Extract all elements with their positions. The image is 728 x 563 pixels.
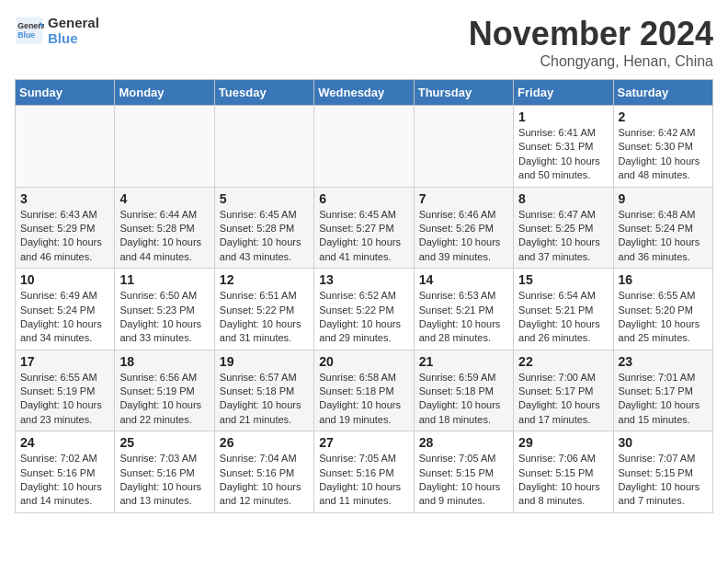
calendar-cell: 12Sunrise: 6:51 AM Sunset: 5:22 PM Dayli… [214,269,313,350]
day-number: 12 [220,272,309,287]
calendar-cell: 9Sunrise: 6:48 AM Sunset: 5:24 PM Daylig… [613,187,712,269]
day-number: 3 [20,191,109,206]
day-info: Sunrise: 6:45 AM Sunset: 5:27 PM Dayligh… [319,208,408,265]
calendar-cell: 13Sunrise: 6:52 AM Sunset: 5:22 PM Dayli… [314,269,414,350]
calendar-cell: 4Sunrise: 6:44 AM Sunset: 5:28 PM Daylig… [115,187,214,269]
day-number: 16 [619,272,708,287]
day-info: Sunrise: 6:45 AM Sunset: 5:28 PM Dayligh… [220,208,309,265]
day-info: Sunrise: 6:47 AM Sunset: 5:25 PM Dayligh… [518,208,608,265]
day-info: Sunrise: 6:58 AM Sunset: 5:18 PM Dayligh… [319,371,408,428]
calendar-cell: 24Sunrise: 7:02 AM Sunset: 5:16 PM Dayli… [16,431,115,513]
calendar-week-row: 10Sunrise: 6:49 AM Sunset: 5:24 PM Dayli… [16,269,713,350]
calendar-cell: 19Sunrise: 6:57 AM Sunset: 5:18 PM Dayli… [214,350,313,431]
day-number: 27 [319,435,408,450]
day-number: 25 [119,435,209,450]
day-info: Sunrise: 7:00 AM Sunset: 5:17 PM Dayligh… [518,371,608,428]
calendar-cell: 16Sunrise: 6:55 AM Sunset: 5:20 PM Dayli… [613,269,712,350]
day-info: Sunrise: 6:55 AM Sunset: 5:19 PM Dayligh… [20,371,109,428]
day-info: Sunrise: 7:06 AM Sunset: 5:15 PM Dayligh… [518,452,608,509]
logo: General Blue General Blue [15,15,99,46]
calendar-cell [115,106,214,188]
calendar-cell: 21Sunrise: 6:59 AM Sunset: 5:18 PM Dayli… [414,350,513,431]
day-number: 19 [220,354,309,369]
calendar-cell: 2Sunrise: 6:42 AM Sunset: 5:30 PM Daylig… [613,106,712,188]
day-number: 5 [220,191,309,206]
day-number: 29 [518,435,608,450]
day-number: 26 [220,435,309,450]
day-info: Sunrise: 6:55 AM Sunset: 5:20 PM Dayligh… [619,289,708,346]
weekday-header: Saturday [613,80,712,106]
day-info: Sunrise: 6:53 AM Sunset: 5:21 PM Dayligh… [419,289,508,346]
day-info: Sunrise: 6:52 AM Sunset: 5:22 PM Dayligh… [319,289,408,346]
day-number: 30 [619,435,708,450]
day-info: Sunrise: 6:49 AM Sunset: 5:24 PM Dayligh… [20,289,109,346]
day-info: Sunrise: 6:57 AM Sunset: 5:18 PM Dayligh… [220,371,309,428]
day-number: 21 [419,354,508,369]
calendar-cell: 25Sunrise: 7:03 AM Sunset: 5:16 PM Dayli… [115,431,214,513]
calendar-cell: 18Sunrise: 6:56 AM Sunset: 5:19 PM Dayli… [115,350,214,431]
day-info: Sunrise: 6:56 AM Sunset: 5:19 PM Dayligh… [119,371,209,428]
calendar-cell: 17Sunrise: 6:55 AM Sunset: 5:19 PM Dayli… [16,350,115,431]
month-title: November 2024 [469,15,713,53]
logo-icon: General Blue [15,16,44,45]
day-number: 2 [619,109,708,124]
day-number: 9 [619,191,708,206]
day-info: Sunrise: 7:07 AM Sunset: 5:15 PM Dayligh… [619,452,708,509]
day-number: 28 [419,435,508,450]
calendar-cell: 3Sunrise: 6:43 AM Sunset: 5:29 PM Daylig… [16,187,115,269]
day-info: Sunrise: 6:44 AM Sunset: 5:28 PM Dayligh… [119,208,209,265]
day-number: 23 [619,354,708,369]
calendar-cell: 30Sunrise: 7:07 AM Sunset: 5:15 PM Dayli… [613,431,712,513]
day-number: 17 [20,354,109,369]
calendar-cell: 27Sunrise: 7:05 AM Sunset: 5:16 PM Dayli… [314,431,414,513]
day-info: Sunrise: 6:42 AM Sunset: 5:30 PM Dayligh… [619,126,708,183]
weekday-header: Monday [115,80,214,106]
day-info: Sunrise: 6:59 AM Sunset: 5:18 PM Dayligh… [419,371,508,428]
title-block: November 2024 Chongyang, Henan, China [469,15,713,70]
day-info: Sunrise: 7:05 AM Sunset: 5:15 PM Dayligh… [419,452,508,509]
weekday-header: Wednesday [314,80,414,106]
calendar-week-row: 24Sunrise: 7:02 AM Sunset: 5:16 PM Dayli… [16,431,713,513]
day-info: Sunrise: 7:03 AM Sunset: 5:16 PM Dayligh… [119,452,209,509]
calendar-cell: 1Sunrise: 6:41 AM Sunset: 5:31 PM Daylig… [514,106,613,188]
day-number: 11 [119,272,209,287]
calendar-cell: 7Sunrise: 6:46 AM Sunset: 5:26 PM Daylig… [414,187,513,269]
day-number: 1 [518,109,608,124]
day-number: 14 [419,272,508,287]
day-number: 18 [119,354,209,369]
calendar-cell [214,106,313,188]
day-info: Sunrise: 6:41 AM Sunset: 5:31 PM Dayligh… [518,126,608,183]
weekday-header: Sunday [16,80,115,106]
day-info: Sunrise: 6:43 AM Sunset: 5:29 PM Dayligh… [20,208,109,265]
calendar-week-row: 17Sunrise: 6:55 AM Sunset: 5:19 PM Dayli… [16,350,713,431]
calendar-cell: 22Sunrise: 7:00 AM Sunset: 5:17 PM Dayli… [514,350,613,431]
weekday-header: Thursday [414,80,513,106]
logo-text-line1: General [48,15,99,30]
svg-text:Blue: Blue [17,30,35,40]
calendar-cell: 14Sunrise: 6:53 AM Sunset: 5:21 PM Dayli… [414,269,513,350]
calendar-cell: 20Sunrise: 6:58 AM Sunset: 5:18 PM Dayli… [314,350,414,431]
day-info: Sunrise: 7:02 AM Sunset: 5:16 PM Dayligh… [20,452,109,509]
calendar-table: SundayMondayTuesdayWednesdayThursdayFrid… [15,79,713,513]
day-info: Sunrise: 6:51 AM Sunset: 5:22 PM Dayligh… [220,289,309,346]
calendar-cell: 10Sunrise: 6:49 AM Sunset: 5:24 PM Dayli… [16,269,115,350]
day-info: Sunrise: 6:50 AM Sunset: 5:23 PM Dayligh… [119,289,209,346]
calendar-cell: 8Sunrise: 6:47 AM Sunset: 5:25 PM Daylig… [514,187,613,269]
day-number: 15 [518,272,608,287]
calendar-header-row: SundayMondayTuesdayWednesdayThursdayFrid… [16,80,713,106]
day-number: 22 [518,354,608,369]
calendar-cell: 15Sunrise: 6:54 AM Sunset: 5:21 PM Dayli… [514,269,613,350]
day-number: 20 [319,354,408,369]
day-info: Sunrise: 7:04 AM Sunset: 5:16 PM Dayligh… [220,452,309,509]
calendar-cell: 5Sunrise: 6:45 AM Sunset: 5:28 PM Daylig… [214,187,313,269]
day-number: 7 [419,191,508,206]
day-number: 6 [319,191,408,206]
day-info: Sunrise: 6:48 AM Sunset: 5:24 PM Dayligh… [619,208,708,265]
calendar-cell: 28Sunrise: 7:05 AM Sunset: 5:15 PM Dayli… [414,431,513,513]
day-info: Sunrise: 7:01 AM Sunset: 5:17 PM Dayligh… [619,371,708,428]
header: General Blue General Blue November 2024 … [15,15,713,70]
day-number: 4 [119,191,209,206]
day-number: 10 [20,272,109,287]
day-number: 13 [319,272,408,287]
weekday-header: Tuesday [214,80,313,106]
